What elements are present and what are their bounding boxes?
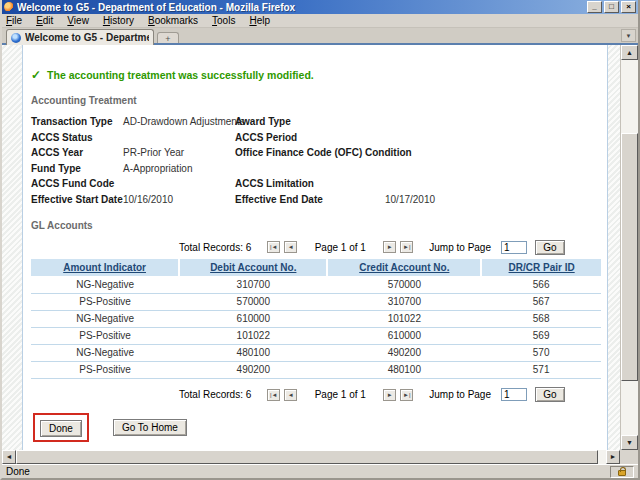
horizontal-scroll-track[interactable] [16,450,606,464]
success-message: ✓ The accounting treatment was successfu… [31,68,601,82]
firefox-icon [4,2,14,12]
menu-tools[interactable]: Tools [212,15,235,26]
last-page-icon[interactable]: ►| [400,241,413,253]
vertical-scrollbar: ▲ ▼ [620,45,638,450]
page-status: Page 1 of 1 [309,389,371,400]
total-records: Total Records: 6 [179,389,251,400]
list-all-tabs-icon[interactable]: ▼ [621,29,636,42]
field-value: 10/17/2010 [385,194,601,205]
menu-edit[interactable]: Edit [36,15,53,26]
done-button[interactable]: Done [40,420,82,437]
jump-to-page-label: Jump to Page [429,389,491,400]
scroll-down-icon[interactable]: ▼ [621,435,638,450]
jump-to-page-input[interactable] [501,241,527,254]
cell: 101022 [179,327,327,344]
menu-help[interactable]: Help [249,15,270,26]
pagination-bottom: Total Records: 6 |◄ ◄ Page 1 of 1 ► ►| J… [31,387,565,403]
window-title: Welcome to G5 - Department of Education … [17,2,584,13]
section-accounting-treatment: Accounting Treatment [31,95,601,106]
header-pair-id[interactable]: DR/CR Pair ID [481,259,601,276]
field-label: Fund Type [31,163,123,174]
total-records: Total Records: 6 [179,242,251,253]
scrollbar-corner [620,450,638,464]
horizontal-scrollbar: ◄ ► [2,450,620,464]
cell: 490200 [179,361,327,378]
field-label: ACCS Fund Code [31,178,123,189]
cell: 480100 [327,361,481,378]
status-text: Done [6,466,610,477]
security-panel[interactable] [610,466,634,478]
scroll-right-icon[interactable]: ► [606,450,620,464]
go-to-home-button[interactable]: Go To Home [113,419,187,436]
header-debit-account[interactable]: Debit Account No. [179,259,327,276]
title-bar: Welcome to G5 - Department of Education … [2,0,638,14]
menu-view[interactable]: View [67,15,89,26]
table-row: PS-Positive 570000 310700 567 [31,293,601,310]
lock-icon [618,470,626,476]
scroll-up-icon[interactable]: ▲ [621,45,638,60]
cell: PS-Positive [31,327,179,344]
cell: NG-Negative [31,276,179,293]
jump-to-page-input[interactable] [501,388,527,401]
cell: 310700 [179,276,327,293]
success-text: The accounting treatment was successfull… [47,69,314,81]
menu-bookmarks[interactable]: Bookmarks [148,15,198,26]
cell: 310700 [327,293,481,310]
header-amount-indicator[interactable]: Amount Indicator [31,259,179,276]
cell: PS-Positive [31,361,179,378]
tab-welcome-g5[interactable]: Welcome to G5 - Department of Edu... [6,29,154,45]
page-status: Page 1 of 1 [309,242,371,253]
tab-strip: Welcome to G5 - Department of Edu... + ▼ [2,28,638,45]
field-label: Effective End Date [235,194,385,205]
prev-page-icon[interactable]: ◄ [284,389,297,401]
header-credit-account[interactable]: Credit Account No. [327,259,481,276]
table-row: PS-Positive 490200 480100 571 [31,361,601,378]
go-button[interactable]: Go [535,240,565,255]
horizontal-scroll-thumb[interactable] [16,450,598,464]
menu-file[interactable]: File [6,15,22,26]
gl-accounts-table: Amount Indicator Debit Account No. Credi… [31,259,601,379]
status-bar: Done [2,464,638,478]
vertical-scroll-track[interactable] [621,60,638,435]
table-row: PS-Positive 101022 610000 569 [31,327,601,344]
cell: NG-Negative [31,344,179,361]
first-page-icon[interactable]: |◄ [267,241,280,253]
cell: 101022 [327,310,481,327]
pagination-top: Total Records: 6 |◄ ◄ Page 1 of 1 ► ►| J… [31,239,565,255]
page-content: ✓ The accounting treatment was successfu… [22,45,608,450]
cell: 568 [481,310,601,327]
next-page-icon[interactable]: ► [383,241,396,253]
go-button[interactable]: Go [535,387,565,402]
browser-window: Welcome to G5 - Department of Education … [0,0,640,480]
last-page-icon[interactable]: ►| [400,389,413,401]
cell: 571 [481,361,601,378]
table-row: NG-Negative 610000 101022 568 [31,310,601,327]
vertical-scroll-thumb[interactable] [621,133,638,381]
cell: NG-Negative [31,310,179,327]
close-icon[interactable]: × [621,1,636,13]
tab-favicon [11,33,21,43]
minimize-icon[interactable]: _ [587,1,602,13]
field-label: Transaction Type [31,116,123,127]
prev-page-icon[interactable]: ◄ [284,241,297,253]
first-page-icon[interactable]: |◄ [267,389,280,401]
jump-to-page-label: Jump to Page [429,242,491,253]
field-label: Effective Start Date [31,194,123,205]
cell: 610000 [179,310,327,327]
field-label: ACCS Period [235,132,385,143]
action-buttons: Done Go To Home [31,413,601,442]
check-icon: ✓ [31,68,41,82]
next-page-icon[interactable]: ► [383,389,396,401]
table-header-row: Amount Indicator Debit Account No. Credi… [31,259,601,276]
cell: 567 [481,293,601,310]
table-row: NG-Negative 310700 570000 566 [31,276,601,293]
table-row: NG-Negative 480100 490200 570 [31,344,601,361]
cell: 570000 [179,293,327,310]
field-label: Award Type [235,116,385,127]
scroll-left-icon[interactable]: ◄ [2,450,16,464]
menu-history[interactable]: History [103,15,134,26]
red-highlight-box: Done [33,413,89,442]
field-label: ACCS Status [31,132,123,143]
page-background: ✓ The accounting treatment was successfu… [2,45,620,450]
restore-icon[interactable]: □ [604,1,619,13]
